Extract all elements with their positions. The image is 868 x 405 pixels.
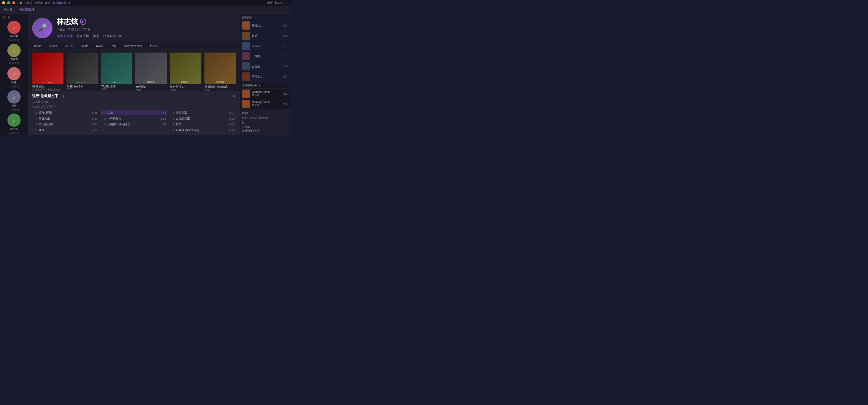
filter-2010s[interactable]: 2010s — [63, 44, 74, 48]
track-num: 12 — [170, 129, 174, 132]
tab-more-albums[interactable]: 更多专辑 — [77, 33, 89, 39]
artist-avatar: ♪ — [7, 21, 21, 34]
lyrics-song-info: 认错 - 林志炫 (Terry Lin) — [242, 116, 287, 120]
playlist-song: 台北的... — [252, 64, 281, 68]
close-icon[interactable]: ✕ — [285, 1, 287, 5]
track-num: 11 — [102, 129, 106, 132]
playlist-info: Coming Home 林志炫 — [252, 90, 281, 97]
artist-big-avatar: 🎤 — [32, 18, 53, 38]
most-played-label[interactable]: 最多播放曲目 ▼ — [240, 83, 289, 88]
tab-similar[interactable]: 相似的演出者 — [103, 33, 122, 39]
toolbar-performer-info[interactable]: 演出者信息 — [18, 7, 35, 12]
track-row[interactable]: 8 其实你不懂我的心 4:03 — [101, 122, 167, 127]
artist-item[interactable]: ♪ 徐小凤 23 张专辑 — [0, 113, 28, 135]
artist-big-name: 林志炫 ▶ — [57, 17, 236, 27]
artist-item[interactable]: ♪ 邓映琪 23 张专辑 — [0, 43, 28, 66]
tab-info[interactable]: 信息 — [93, 33, 99, 39]
playlist-item-top[interactable]: ♪ 天天天... 5:57 — [240, 41, 289, 51]
artist-avatar: ♪ — [7, 90, 21, 104]
playlist-item-top[interactable]: ♪ 一样的... 6:51 — [240, 51, 289, 61]
artist-count-label: 23 张专辑 — [9, 131, 19, 135]
locate-btn[interactable]: 定位 — [267, 1, 273, 5]
tab-music[interactable]: 音乐 — [45, 1, 51, 5]
track-duration: 6:13 — [92, 117, 98, 120]
artist-item[interactable]: ♪ 万芳 23 张专辑 — [0, 89, 28, 113]
track-row[interactable]: 4 玫瑰人生 6:13 — [32, 116, 99, 121]
tab-albums-stats[interactable]: 专辑 & 统计 — [57, 33, 73, 39]
album-cover: 单身情歌 — [205, 53, 236, 84]
playlist-artist: 林志炫 — [252, 104, 281, 107]
album-item[interactable]: ONE take ONE take 公视歌万万岁电视演唱会 — [32, 53, 63, 92]
album-item[interactable]: ONEtake 2.0 ONEtake 2.0 2020 — [66, 53, 98, 92]
playlist-item-top[interactable]: ♪ 台北的... 5:06 — [240, 61, 289, 71]
albums-scroll[interactable]: ONE take ONE take 公视歌万万岁电视演唱会 ONEtake 2.… — [28, 50, 240, 92]
album-title: TRUE LIVE — [101, 85, 132, 88]
playlist-song: 酒后的... — [252, 75, 281, 79]
album-item[interactable]: 单身情歌 单身情歌 超炫精选 2008 — [205, 53, 236, 92]
right-sidebar: 播放列表 ♪ 玫瑰人... 6:13 ♪ 认错 4:45 ♪ 天天天... 5:… — [240, 14, 289, 135]
tab-dib[interactable]: DIB — [17, 1, 22, 4]
lyrics-lines: 认林志炫追寻伦敦星空下 — [242, 121, 287, 133]
playlist-item[interactable]: ♪ Coming Home 林志炫 4:45 — [240, 99, 289, 109]
album-cover-text: ONE take — [33, 81, 63, 84]
close-btn-win[interactable] — [12, 1, 15, 4]
artist-item[interactable]: ♪ 孙震 23 张专辑 — [0, 66, 28, 89]
track-row[interactable]: ♪ 认错 4:45 — [101, 110, 167, 115]
track-panel-pause[interactable]: ‖ — [62, 94, 64, 98]
left-sidebar: 演出者 ♪ 杨丞琳 24 张专辑 ♪ 邓映琪 23 张专辑 ♪ 孙震 23 张专… — [0, 14, 28, 135]
track-row[interactable]: 10 味道 4:01 — [32, 127, 99, 133]
playlist-item-top[interactable]: ♪ 酒后的... 5:24 — [240, 71, 289, 82]
track-row[interactable]: 6 台北的天空 5:08 — [169, 116, 236, 121]
playlist-item-top[interactable]: ♪ 玫瑰人... 6:13 — [240, 21, 289, 31]
filter-sonyhires[interactable]: sonyhires.com — [122, 44, 144, 48]
track-duration: 6:02 — [229, 123, 235, 126]
playlist-info: 酒后的... — [252, 75, 281, 79]
artist-avatar: ♪ — [7, 67, 21, 80]
right-top-list: ♪ 玫瑰人... 6:13 ♪ 认错 4:45 ♪ 天天天... 5:57 ♪ … — [240, 21, 289, 82]
filter-linzhixuan[interactable]: 林志炫 — [148, 44, 160, 48]
track-row[interactable]: 1 追寻(演唱) 6:38 — [32, 110, 99, 115]
track-num: 6 — [170, 117, 174, 120]
playlist-item[interactable]: ♪ Coming Home 林志炫 6:32 — [240, 88, 289, 99]
filter-none[interactable]: None — [95, 44, 104, 48]
tab-wenwubei[interactable]: 文武贝 — [24, 1, 32, 5]
filter-2020s[interactable]: 2020s — [79, 44, 90, 48]
playlist-dur: 6:51 — [283, 55, 287, 58]
artist-name-label: 邓映琪 — [10, 58, 18, 61]
track-num: 8 — [102, 123, 106, 126]
filter-pop[interactable]: Pop — [110, 44, 118, 48]
track-row[interactable]: 9 好久 6:02 — [169, 122, 236, 127]
tab-browser[interactable]: 音乐浏览器 — [53, 1, 66, 5]
playlist-scroll[interactable]: ♪ Coming Home 林志炫 6:32 ♪ Coming Home 林志炫… — [240, 88, 289, 109]
toolbar-performer[interactable]: 演出者 — [3, 7, 14, 12]
filter-2000s[interactable]: 2000s — [48, 44, 58, 48]
artist-nav-tabs: 专辑 & 统计 更多专辑 信息 相似的演出者 — [57, 33, 236, 39]
track-row[interactable]: 7 酒后的心声 5:24 — [32, 122, 99, 127]
maximize-btn[interactable] — [7, 1, 10, 4]
album-cover-text: 单身情歌 — [205, 81, 235, 84]
track-num: 9 — [170, 123, 174, 126]
artist-item[interactable]: ♪ 杨丞琳 24 张专辑 — [0, 20, 28, 43]
playlist-cover: ♪ — [242, 62, 250, 70]
album-item[interactable]: 擦声而过 2 擦声而过 2 2008 — [170, 53, 202, 92]
playlist-info: Coming Home 林志炫 — [252, 100, 281, 107]
filter-1990s[interactable]: 1990s — [32, 44, 43, 48]
playlist-info: 认错 — [252, 34, 281, 38]
minimize-btn[interactable] — [2, 1, 5, 4]
album-item[interactable]: TRUE LIVE TRUE LIVE 1999 — [101, 53, 132, 92]
tracks-grid: 1 追寻(演唱) 6:38♪ 认错 4:453 天天天蓝 6:074 玫瑰人生 … — [32, 110, 236, 133]
artist-count-label: 24 张专辑 — [9, 38, 19, 42]
album-item[interactable]: 擦声而过 擦声而过 2001 — [135, 53, 167, 92]
lyric-line: 认 — [242, 121, 287, 125]
track-panel-close[interactable]: ✕ — [233, 94, 236, 98]
playlist-item-top[interactable]: ♪ 认错 4:45 — [240, 31, 289, 41]
track-row[interactable]: 5 一样的月光 6:51 — [101, 116, 167, 121]
tab-piano[interactable]: 钢琴曲 — [34, 1, 43, 5]
album-cover-text: TRUE LIVE — [101, 81, 132, 84]
track-row[interactable]: 11 — [101, 127, 167, 133]
track-name: 追寻(演唱) — [39, 111, 91, 115]
add-tab-btn[interactable]: + — [69, 1, 70, 4]
track-row[interactable]: 3 天天天蓝 6:07 — [169, 110, 236, 115]
play-artist-btn[interactable]: ▶ — [80, 19, 86, 25]
track-row[interactable]: 12 追寻 (Edit Version) 3:54 — [169, 127, 236, 133]
